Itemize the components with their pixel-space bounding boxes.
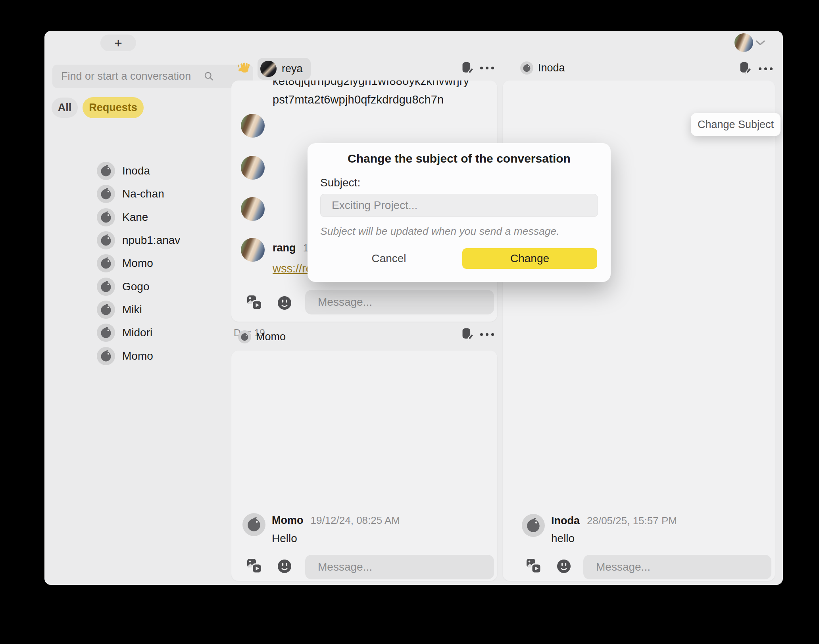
tab-all[interactable]: All (52, 98, 78, 118)
conversation-name: Momo (122, 350, 153, 362)
message-avatar (241, 238, 265, 262)
attach-media-button[interactable] (246, 295, 262, 310)
message-author: Momo (272, 514, 303, 526)
message-input[interactable] (305, 290, 494, 314)
subject-note: Subject will be updated when you send a … (320, 225, 559, 238)
peer-name: Momo (256, 331, 286, 343)
peer-avatar (520, 61, 533, 75)
desktop: + All Requests Inoda May 28 (0, 0, 819, 644)
bird-avatar (97, 162, 115, 180)
chat-header-momo[interactable]: Momo (238, 330, 286, 343)
tooltip-label: Change Subject (698, 119, 774, 131)
conversation-name: Momo (122, 257, 153, 270)
bird-avatar (97, 231, 115, 249)
emoji-button[interactable] (556, 558, 572, 574)
change-subject-tooltip: Change Subject (691, 113, 781, 136)
account-avatar[interactable] (734, 33, 753, 52)
change-button[interactable]: Change (462, 248, 597, 269)
peer-avatar (260, 61, 277, 77)
more-options-button[interactable] (759, 67, 773, 70)
tab-all-label: All (58, 102, 72, 114)
conversation-name: Inoda (122, 165, 150, 177)
peer-avatar (238, 330, 251, 343)
chat-panel-momo: Momo19/12/24, 08:25 AM Hello (231, 351, 497, 581)
change-subject-button[interactable] (461, 61, 474, 75)
conversation-name: Miki (122, 303, 142, 316)
conversation-name: Na-chan (122, 188, 164, 200)
emoji-button[interactable] (277, 558, 292, 574)
bird-avatar (97, 254, 115, 272)
bird-avatar (97, 278, 115, 296)
conversation-name: Gogo (122, 280, 150, 293)
new-tab-button[interactable]: + (100, 34, 136, 51)
npub-line-clipped: ket8qjqtrnpdg2lygh1wf88oykzkhvwrjry (273, 80, 469, 88)
bird-avatar (97, 208, 115, 226)
chat-header-inoda[interactable]: Inoda (520, 61, 565, 75)
message-author: Inoda (551, 515, 580, 527)
message-avatar (241, 197, 265, 221)
attach-media-button[interactable] (526, 558, 542, 574)
bird-avatar (97, 185, 115, 203)
bird-avatar (97, 347, 115, 365)
more-options-button[interactable] (480, 333, 494, 336)
message-header: Momo19/12/24, 08:25 AM (272, 514, 400, 527)
search-icon (204, 71, 214, 82)
conversation-name: npub1:anav (122, 234, 180, 247)
message-avatar (241, 156, 265, 180)
waving-hand-icon (238, 62, 251, 75)
message-text: hello (551, 532, 575, 545)
subject-label: Subject: (320, 176, 360, 189)
message-author: rang (273, 242, 296, 254)
tab-requests-label: Requests (89, 102, 137, 114)
tab-requests[interactable]: Requests (83, 97, 144, 118)
message-text: Hello (272, 532, 297, 545)
message-header: Inoda28/05/25, 15:57 PM (551, 515, 677, 527)
attach-media-button[interactable] (246, 558, 262, 574)
search-field-wrap (52, 65, 221, 88)
peer-chip-reya[interactable]: reya (258, 58, 311, 80)
search-input[interactable] (52, 65, 253, 88)
emoji-button[interactable] (277, 295, 292, 311)
subject-input[interactable] (320, 194, 598, 217)
message-input[interactable] (583, 555, 771, 579)
change-subject-modal: Change the subject of the conversation S… (308, 143, 611, 282)
change-subject-button[interactable] (739, 61, 752, 75)
message-input[interactable] (305, 555, 494, 579)
message-avatar (242, 513, 265, 536)
conversation-name: Kane (122, 211, 148, 224)
message-timestamp: 19/12/24, 08:25 AM (310, 514, 400, 526)
npub-line: pst7mta2t6wpjh0qfzkdrdgu8ch7n (273, 93, 444, 106)
peer-name: Inoda (538, 62, 565, 74)
message-avatar (522, 514, 545, 537)
message-timestamp: 28/05/25, 15:57 PM (587, 515, 677, 527)
modal-title: Change the subject of the conversation (308, 152, 611, 165)
chevron-down-icon[interactable] (755, 40, 765, 46)
more-options-button[interactable] (480, 67, 494, 69)
bird-avatar (97, 301, 115, 319)
conversation-name: Midori (122, 326, 152, 339)
bird-avatar (97, 324, 115, 342)
message-avatar (241, 114, 265, 138)
cancel-button[interactable]: Cancel (359, 248, 419, 269)
app-window: + All Requests Inoda May 28 (44, 31, 783, 585)
plus-icon: + (114, 36, 122, 50)
peer-name: reya (282, 63, 303, 75)
change-subject-button[interactable] (461, 328, 474, 341)
